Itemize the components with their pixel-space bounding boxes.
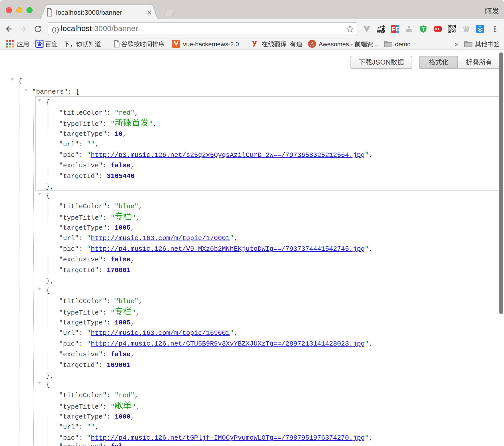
- svg-text:F: F: [392, 26, 395, 33]
- svg-text:A: A: [310, 40, 314, 47]
- svg-text:T: T: [422, 26, 425, 32]
- svg-text:E: E: [395, 26, 399, 33]
